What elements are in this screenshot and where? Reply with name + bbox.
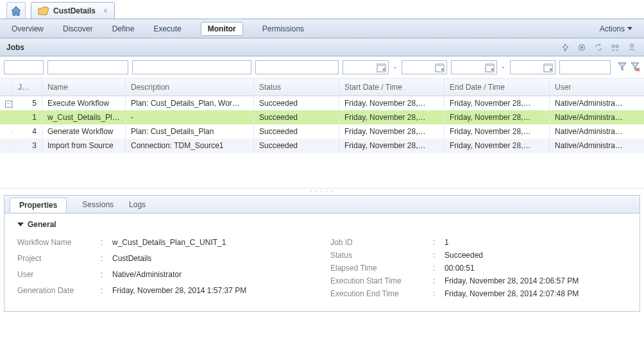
col-end[interactable]: End Date / Time <box>445 79 550 96</box>
cell-id: 1 <box>13 111 42 124</box>
close-icon[interactable]: × <box>103 6 108 15</box>
cell-id: 3 <box>13 139 42 152</box>
label-exec-end: Execution End Time <box>330 289 433 298</box>
filter-status[interactable] <box>255 60 339 74</box>
filter-start-to[interactable] <box>402 60 447 74</box>
svg-rect-6 <box>377 64 386 66</box>
filter-start-from[interactable] <box>343 60 388 74</box>
label-elapsed: Elapsed Time <box>330 264 433 273</box>
tab-properties[interactable]: Properties <box>10 198 67 212</box>
home-tab-button[interactable] <box>6 2 26 19</box>
label-status: Status <box>330 251 433 260</box>
calendar-icon <box>377 63 386 74</box>
tab-custdetails[interactable]: CustDetails × <box>31 2 115 19</box>
cell-desc: - <box>126 111 254 124</box>
tab-label: CustDetails <box>53 6 96 15</box>
col-job-id[interactable]: Job ID <box>13 79 42 96</box>
clear-filter-icon[interactable] <box>630 62 640 74</box>
pin-icon[interactable] <box>559 42 571 53</box>
svg-rect-13 <box>491 69 493 71</box>
label-workflow-name: Workflow Name <box>17 238 101 250</box>
calendar-icon <box>435 63 445 74</box>
home-icon <box>10 6 22 16</box>
section-title: General <box>28 220 56 229</box>
label-generation-date: Generation Date <box>17 286 101 298</box>
apply-filter-icon[interactable] <box>617 62 627 74</box>
detail-icon[interactable] <box>626 42 638 53</box>
chevron-down-icon <box>627 27 632 30</box>
subnav-execute[interactable]: Execute <box>153 24 181 33</box>
label-user: User <box>17 270 101 282</box>
cell-user: Native/Administra… <box>550 139 644 152</box>
jobs-title: Jobs <box>6 43 24 52</box>
filter-end-from[interactable] <box>451 60 496 74</box>
cell-user: Native/Administra… <box>550 125 644 138</box>
filter-job-id[interactable] <box>4 60 44 74</box>
cell-name: Import from Source <box>42 139 126 152</box>
subnav-monitor[interactable]: Monitor <box>201 22 243 36</box>
cell-end: Friday, November 28,… <box>445 111 550 124</box>
col-status[interactable]: Status <box>254 79 339 96</box>
cell-name: Execute Workflow <box>42 97 126 110</box>
svg-rect-16 <box>550 69 552 71</box>
table-row[interactable]: 1 w_Cust_Details_Pl… - Succeeded Friday,… <box>0 110 644 124</box>
refresh-icon[interactable] <box>593 42 604 53</box>
collapse-icon[interactable]: − <box>5 101 12 108</box>
filter-end-to[interactable] <box>510 60 555 74</box>
svg-rect-10 <box>441 69 443 71</box>
col-start[interactable]: Start Date / Time <box>339 79 445 96</box>
svg-point-2 <box>612 45 614 47</box>
table-row[interactable]: − 5 Execute Workflow Plan: Cust_Details_… <box>0 96 644 110</box>
value-user: Native/Administrator <box>112 270 305 282</box>
col-user[interactable]: User <box>550 79 644 96</box>
cell-end: Friday, November 28,… <box>445 139 550 152</box>
cell-end: Friday, November 28,… <box>445 125 550 138</box>
filter-user[interactable] <box>559 60 611 74</box>
cell-start: Friday, November 28,… <box>339 97 445 110</box>
cell-end: Friday, November 28,… <box>445 97 550 110</box>
actions-menu[interactable]: Actions <box>600 24 632 33</box>
value-project: CustDetails <box>112 254 305 266</box>
cell-id: 4 <box>13 125 42 138</box>
cell-user: Native/Administra… <box>550 111 644 124</box>
folder-open-icon <box>38 6 49 15</box>
collapse-section-icon <box>17 223 24 226</box>
label-exec-start: Execution Start Time <box>330 276 433 285</box>
actions-label: Actions <box>600 24 625 33</box>
value-exec-start: Friday, November 28, 2014 2:06:57 PM <box>445 276 611 285</box>
col-description[interactable]: Description <box>126 79 254 96</box>
calendar-icon <box>543 63 553 74</box>
value-workflow-name: w_Cust_Details_Plan_C_UNIT_1 <box>112 238 305 250</box>
cell-start: Friday, November 28,… <box>339 139 445 152</box>
cell-user: Native/Administra… <box>550 97 644 110</box>
table-row[interactable]: 3 Import from Source Connection: TDM_Sou… <box>0 139 644 153</box>
cell-desc: Plan: Cust_Details_Plan, Wor… <box>126 97 254 110</box>
table-row[interactable]: 4 Generate Workflow Plan: Cust_Details_P… <box>0 124 644 139</box>
stop-icon[interactable] <box>576 42 588 53</box>
cell-start: Friday, November 28,… <box>339 125 445 138</box>
svg-rect-15 <box>544 64 552 66</box>
dash: - <box>393 63 398 72</box>
subnav-permissions[interactable]: Permissions <box>262 24 304 33</box>
subnav-define[interactable]: Define <box>112 24 135 33</box>
cell-name: w_Cust_Details_Pl… <box>42 111 126 124</box>
filter-description[interactable] <box>132 60 251 74</box>
columns-icon[interactable] <box>609 42 621 53</box>
split-grip[interactable]: ▪ ▪ ▪ ▪ ▪ <box>0 189 644 194</box>
subnav-discover[interactable]: Discover <box>63 24 93 33</box>
value-elapsed: 00:00:51 <box>445 264 611 273</box>
dash: - <box>501 63 506 72</box>
svg-point-4 <box>631 44 634 47</box>
cell-status: Succeeded <box>254 97 339 110</box>
filter-name[interactable] <box>47 60 128 74</box>
section-general-header[interactable]: General <box>17 220 627 229</box>
subnav-overview[interactable]: Overview <box>12 24 44 33</box>
calendar-icon <box>485 63 495 74</box>
svg-rect-7 <box>383 69 385 71</box>
tab-logs[interactable]: Logs <box>129 200 146 209</box>
tab-sessions[interactable]: Sessions <box>82 200 114 209</box>
cell-start: Friday, November 28,… <box>339 111 445 124</box>
value-generation-date: Friday, November 28, 2014 1:57:37 PM <box>112 286 305 298</box>
col-name[interactable]: Name <box>42 79 126 96</box>
svg-rect-9 <box>436 64 444 66</box>
